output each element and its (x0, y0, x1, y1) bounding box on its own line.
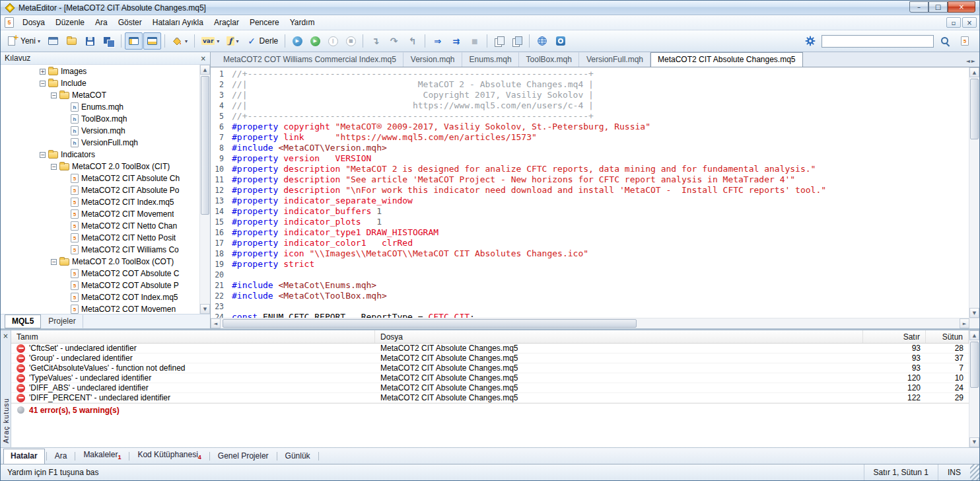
close-button[interactable]: × (948, 1, 975, 13)
menu-item-hatalar-ay-kla[interactable]: Hataları Ayıkla (147, 15, 209, 30)
line-number[interactable]: 14 (211, 206, 232, 217)
tree-item-metacot2-cit-movement[interactable]: 5MetaCOT2 CIT Movement (1, 208, 199, 220)
column-header-line[interactable]: Satır (863, 330, 926, 343)
code-line-23[interactable]: 23 (211, 301, 969, 312)
menu-item-dosya[interactable]: Dosya (17, 15, 50, 30)
search-button[interactable] (936, 32, 954, 50)
error-row[interactable]: 'CftcSet' - undeclared identifierMetaCOT… (11, 344, 969, 353)
menu-item-ara-lar[interactable]: Araçlar (209, 15, 244, 30)
run-to-cursor-button[interactable]: ⇒ (429, 32, 446, 50)
styler-button[interactable]: ▾ (168, 32, 191, 50)
toolbox-tab-hatalar[interactable]: Hatalar (3, 449, 45, 464)
code-line-18[interactable]: 18#property icon "\\Images\\MetaCOT\\Met… (211, 248, 969, 259)
editor-tab-metacot2-cot-williams-commercial-index-mq5[interactable]: MetaCOT2 COT Williams Commercial Index.m… (216, 52, 403, 67)
line-number[interactable]: 7 (211, 132, 232, 143)
tree-item-enums-mqh[interactable]: hEnums.mqh (1, 101, 199, 113)
tab-scroll-right-icon[interactable]: ► (971, 58, 975, 64)
scrollbar-track[interactable] (200, 75, 210, 304)
profiler-stop-button[interactable] (508, 32, 526, 50)
tree-item-metacot2-cit-index-mq5[interactable]: 5MetaCOT2 CIT Index.mq5 (1, 196, 199, 208)
toolbox-tab-genel-projeler[interactable]: Genel Projeler (211, 449, 275, 464)
column-header-description[interactable]: Tanım (11, 330, 375, 343)
title-bar[interactable]: MetaEditor - [MetaCOT2 CIT Absolute Chan… (1, 1, 979, 15)
line-number[interactable]: 23 (211, 301, 232, 312)
collapse-icon[interactable]: − (51, 92, 57, 98)
line-number[interactable]: 24 (211, 312, 232, 318)
step-into-button[interactable]: ↴ (367, 32, 384, 50)
scroll-up-icon[interactable]: ▲ (969, 330, 979, 340)
error-row[interactable]: 'DIFF_PERCENT' - undeclared identifierMe… (11, 393, 969, 403)
code-line-6[interactable]: 6#property copyright "MetaCOT® 2009-2017… (211, 122, 969, 132)
toggle-toolbox-button[interactable] (143, 32, 161, 50)
code-line-24[interactable]: 24const ENUM_CFTC_REPORT ReportType = CF… (211, 312, 969, 318)
tree-item-metacot2-cit-absolute-po[interactable]: 5MetaCOT2 CIT Absolute Po (1, 184, 199, 196)
line-number[interactable]: 16 (211, 227, 232, 238)
scrollbar-track[interactable] (969, 340, 979, 437)
line-number[interactable]: 18 (211, 248, 232, 259)
scroll-down-icon[interactable]: ▼ (969, 437, 979, 447)
expand-icon[interactable]: + (40, 69, 46, 75)
scroll-down-icon[interactable]: ▼ (200, 304, 210, 314)
error-row[interactable]: 'Group' - undeclared identifierMetaCOT2 … (11, 353, 969, 363)
tree-item-metacot2-cot-index-mq5[interactable]: 5MetaCOT2 COT Index.mq5 (1, 291, 199, 303)
line-number[interactable]: 10 (211, 164, 232, 174)
toggle-navigator-button[interactable] (125, 32, 143, 50)
line-number[interactable]: 11 (211, 174, 232, 185)
tree-item-metacot-2-0-toolbox-cit[interactable]: −MetaCOT 2.0 ToolBox (CIT) (1, 161, 199, 172)
error-row[interactable]: 'TypeValues' - undeclared identifierMeta… (11, 373, 969, 383)
editor-tab-version-mqh[interactable]: Version.mqh (403, 52, 462, 67)
navigator-close-icon[interactable]: × (201, 55, 206, 62)
insert-function-button[interactable]: ƒ▾ (223, 32, 242, 50)
tree-item-metacot2-cot-movemen[interactable]: 5MetaCOT2 COT Movemen (1, 303, 199, 314)
profiler-start-button[interactable] (491, 32, 508, 50)
line-number[interactable]: 17 (211, 238, 232, 248)
code-line-17[interactable]: 17#property indicator_color1 clrRed (211, 238, 969, 248)
code-line-15[interactable]: 15#property indicator_plots 1 (211, 217, 969, 227)
toolbox-tab-ara[interactable]: Ara (48, 449, 74, 464)
line-number[interactable]: 20 (211, 270, 232, 280)
editor-hscrollbar[interactable]: ◄ ► (211, 318, 979, 328)
debug-real-button[interactable]: ▶ (289, 32, 306, 50)
menu-item-yard-m[interactable]: Yardım (285, 15, 320, 30)
line-number[interactable]: 13 (211, 196, 232, 206)
search-input[interactable] (822, 35, 934, 48)
debug-pause-button[interactable]: ‖ (324, 32, 341, 50)
collapse-icon[interactable]: − (40, 152, 46, 158)
error-row[interactable]: 'DIFF_ABS' - undeclared identifierMetaCO… (11, 383, 969, 393)
editor-scrollbar[interactable]: ▲ ▼ (969, 67, 979, 318)
code-line-3[interactable]: 3//| Copyright 2017, Vasiliy Sokolov | (211, 90, 969, 100)
insert-var-button[interactable]: var▾ (198, 32, 223, 50)
toolbox-scrollbar[interactable]: ▲ ▼ (969, 330, 979, 447)
scrollbar-track[interactable] (969, 77, 979, 308)
scroll-down-icon[interactable]: ▼ (969, 308, 979, 318)
menu-item-ara[interactable]: Ara (90, 15, 113, 30)
editor-tab-metacot2-cit-absolute-changes-mq5[interactable]: MetaCOT2 CIT Absolute Changes.mq5 (650, 52, 803, 67)
resize-grip[interactable] (970, 464, 979, 480)
scroll-left-icon[interactable]: ◄ (211, 318, 221, 328)
line-number[interactable]: 2 (211, 79, 232, 90)
settings-button[interactable] (801, 32, 819, 50)
toolbox-close-icon[interactable]: × (3, 332, 8, 340)
save-button[interactable] (81, 32, 99, 50)
line-number[interactable]: 15 (211, 217, 232, 227)
save-all-button[interactable] (100, 32, 118, 50)
editor-tab-versionfull-mqh[interactable]: VersionFull.mqh (579, 52, 650, 67)
code-line-5[interactable]: 5//+------------------------------------… (211, 111, 969, 122)
tree-item-metacot2-cot-absolute-c[interactable]: 5MetaCOT2 COT Absolute C (1, 268, 199, 279)
community-button[interactable] (551, 32, 569, 50)
line-number[interactable]: 8 (211, 143, 232, 153)
mql5-help-button[interactable]: 5 (956, 32, 973, 50)
line-number[interactable]: 12 (211, 185, 232, 196)
code-line-19[interactable]: 19#property strict (211, 259, 969, 270)
debug-history-button[interactable]: ▶ (306, 32, 324, 50)
scrollbar-thumb[interactable] (201, 76, 209, 215)
scrollbar-track[interactable] (221, 318, 960, 328)
code-line-14[interactable]: 14#property indicator_buffers 1 (211, 206, 969, 217)
line-number[interactable]: 21 (211, 280, 232, 291)
tree-item-metacot2-cot-absolute-p[interactable]: 5MetaCOT2 COT Absolute P (1, 279, 199, 291)
new-file-button[interactable]: + Yeni ▾ (4, 32, 44, 50)
scroll-right-icon[interactable]: ► (960, 318, 969, 328)
menu-item-d-zenle[interactable]: Düzenle (50, 15, 90, 30)
code-line-13[interactable]: 13#property indicator_separate_window (211, 196, 969, 206)
tree-item-metacot2-cit-williams-co[interactable]: 5MetaCOT2 CIT Williams Co (1, 244, 199, 256)
